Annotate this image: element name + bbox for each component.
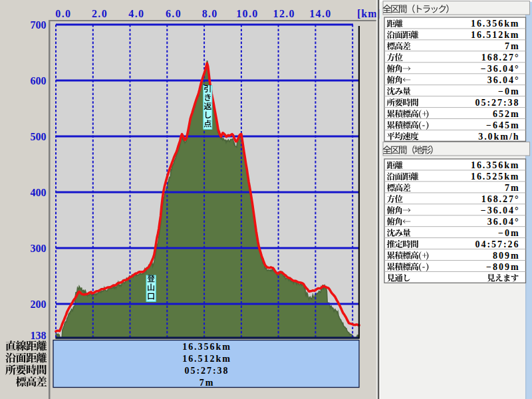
svg-text:−36.04°: −36.04° [481, 64, 520, 74]
svg-text:200: 200 [31, 299, 47, 310]
svg-text:652m: 652m [493, 109, 519, 119]
svg-text:04:57:26: 04:57:26 [475, 239, 520, 249]
svg-text:7m: 7m [505, 41, 520, 51]
svg-text:8.0: 8.0 [202, 8, 218, 19]
svg-text:3.0km/h: 3.0km/h [478, 132, 519, 142]
svg-text:12.0: 12.0 [273, 8, 295, 19]
svg-text:809m: 809m [493, 251, 519, 261]
svg-text:600: 600 [31, 75, 47, 86]
svg-text:300: 300 [31, 243, 47, 254]
svg-text:16.356km: 16.356km [182, 342, 231, 352]
svg-text:7m: 7m [505, 183, 520, 193]
svg-text:168.27°: 168.27° [481, 53, 520, 63]
svg-text:0.0: 0.0 [55, 8, 71, 19]
svg-text:400: 400 [31, 187, 47, 198]
svg-text:36.04°: 36.04° [487, 75, 520, 85]
svg-text:2.0: 2.0 [92, 8, 108, 19]
svg-text:6.0: 6.0 [166, 8, 182, 19]
svg-text:7m: 7m [200, 378, 215, 388]
svg-text:−0m: −0m [498, 228, 520, 238]
svg-text:−809m: −809m [486, 262, 519, 272]
svg-text:4.0: 4.0 [128, 8, 144, 19]
svg-text:500: 500 [31, 131, 47, 142]
svg-text:700: 700 [31, 19, 47, 31]
svg-text:16.512km: 16.512km [471, 30, 520, 40]
svg-text:14.0: 14.0 [309, 8, 331, 19]
svg-text:36.04°: 36.04° [487, 217, 520, 227]
svg-text:10.0: 10.0 [236, 8, 258, 19]
svg-text:05:27:38: 05:27:38 [475, 98, 520, 108]
svg-text:16.356km: 16.356km [471, 19, 520, 29]
svg-text:05:27:38: 05:27:38 [185, 366, 229, 376]
svg-text:−0m: −0m [498, 86, 520, 96]
svg-text:138: 138 [31, 330, 47, 341]
svg-text:16.356km: 16.356km [471, 160, 520, 170]
svg-text:168.27°: 168.27° [481, 194, 520, 204]
svg-text:−36.04°: −36.04° [481, 205, 520, 215]
svg-text:16.512km: 16.512km [182, 354, 231, 364]
svg-text:16.525km: 16.525km [471, 172, 520, 182]
svg-text:−645m: −645m [486, 120, 519, 130]
